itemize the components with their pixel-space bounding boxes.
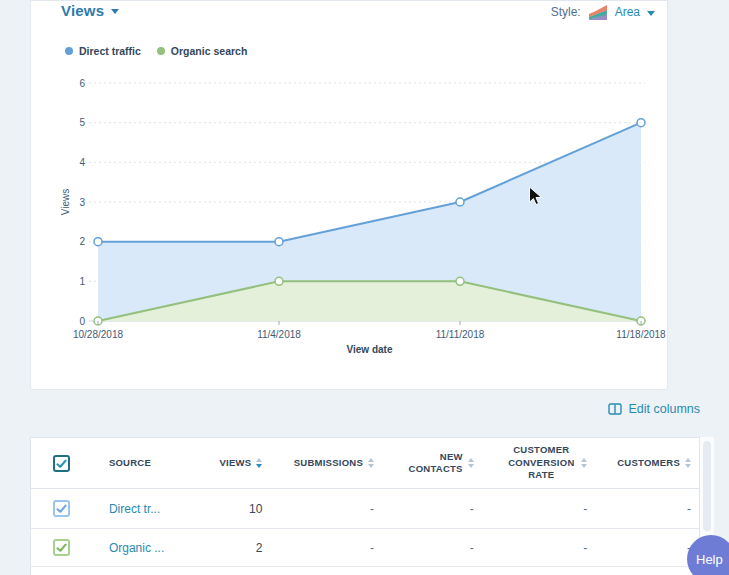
help-button[interactable]: Help — [687, 535, 729, 575]
customers-value: - — [687, 502, 691, 516]
edit-columns-icon — [608, 403, 622, 415]
table-header: SOURCE VIEWS SUBMISSIONS NEW CONTACTS CU… — [31, 438, 699, 489]
table-row: Direct tr... 10 - - - - — [31, 489, 699, 529]
edit-columns-label: Edit columns — [628, 402, 700, 416]
column-header-source[interactable]: SOURCE — [109, 457, 151, 469]
views-value: 10 — [249, 502, 262, 516]
svg-text:10/28/2018: 10/28/2018 — [73, 329, 123, 340]
column-header-views[interactable]: VIEWS — [220, 457, 252, 469]
svg-text:11/11/2018: 11/11/2018 — [436, 329, 485, 340]
checkmark-icon — [55, 502, 68, 515]
chart-card: Views Style: Area Direct traffic Organic… — [30, 0, 668, 390]
column-header-new-contacts[interactable]: NEW CONTACTS — [405, 451, 463, 476]
select-all-checkbox[interactable] — [53, 455, 70, 472]
svg-text:1: 1 — [79, 276, 85, 287]
help-button-label: Help — [696, 552, 723, 567]
svg-text:2: 2 — [79, 236, 85, 247]
table-row: Organic ... 2 - - - - — [31, 529, 699, 567]
svg-text:3: 3 — [79, 197, 85, 208]
checkmark-icon — [55, 457, 68, 470]
views-area-chart: 012345610/28/201811/4/201811/11/201811/1… — [31, 1, 669, 391]
svg-text:4: 4 — [79, 157, 85, 168]
row-checkbox[interactable] — [53, 539, 70, 556]
scrollbar-thumb[interactable] — [703, 441, 711, 531]
sort-icon-customers[interactable] — [685, 458, 691, 468]
column-header-customers[interactable]: CUSTOMERS — [617, 457, 680, 469]
svg-text:0: 0 — [79, 316, 85, 327]
page: { "chart_card": { "title": "Views", "sty… — [0, 0, 729, 575]
data-table: SOURCE VIEWS SUBMISSIONS NEW CONTACTS CU… — [30, 437, 700, 575]
column-header-submissions[interactable]: SUBMISSIONS — [294, 457, 363, 469]
edit-columns-button[interactable]: Edit columns — [608, 402, 700, 416]
svg-text:Views: Views — [60, 189, 71, 216]
source-link[interactable]: Organic ... — [109, 541, 164, 555]
column-header-customer-conversion-rate[interactable]: CUSTOMER CONVERSION RATE — [506, 444, 576, 481]
svg-text:6: 6 — [79, 78, 85, 89]
svg-text:11/4/2018: 11/4/2018 — [257, 329, 301, 340]
source-link[interactable]: Direct tr... — [109, 502, 160, 516]
checkmark-icon — [55, 541, 68, 554]
svg-text:5: 5 — [79, 117, 85, 128]
views-value: 2 — [256, 541, 263, 555]
svg-text:11/18/2018: 11/18/2018 — [616, 329, 666, 340]
svg-text:View date: View date — [347, 344, 393, 355]
row-checkbox[interactable] — [53, 500, 70, 517]
